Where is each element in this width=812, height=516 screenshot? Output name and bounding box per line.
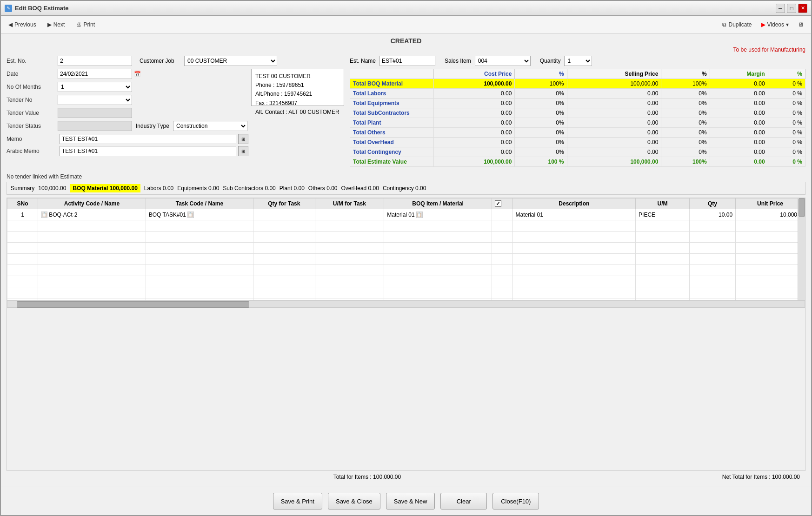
header-checkbox[interactable]: ✓ — [495, 200, 501, 207]
duplicate-button[interactable]: ⧉ Duplicate — [720, 20, 753, 29]
equipments-summary: Equipments 0.00 — [177, 185, 219, 192]
clear-button[interactable]: Clear — [440, 493, 487, 509]
totals-row: Total for Items : 100,000.00 Net Total f… — [7, 471, 805, 483]
no-months-select[interactable]: 1 — [58, 82, 132, 92]
calendar-icon[interactable]: 📅 — [134, 71, 141, 77]
col-checkbox: ✓ — [492, 198, 512, 209]
sub-contractors-summary: Sub Contractors 0.00 — [223, 185, 275, 192]
customer-info-line3: Alt.Phone : 159745621 — [255, 90, 340, 99]
memo-edit-button[interactable]: ⊞ — [238, 134, 248, 144]
col-description: Description — [512, 198, 636, 209]
table-row-empty — [7, 276, 805, 287]
save-print-button[interactable]: Save & Print — [273, 493, 322, 509]
save-close-button[interactable]: Save & Close — [328, 493, 380, 509]
window-title: Edit BOQ Estimate — [15, 5, 69, 12]
customer-job-label: Customer Job — [140, 58, 181, 64]
table-row-empty — [7, 243, 805, 254]
est-name-input[interactable] — [379, 56, 435, 66]
memo-input[interactable] — [60, 134, 236, 144]
tender-no-label: Tender No — [7, 97, 58, 103]
arabic-memo-input[interactable] — [60, 146, 236, 156]
date-input[interactable] — [58, 69, 132, 79]
maximize-button[interactable]: □ — [787, 4, 796, 13]
total-for-items-value: 100,000.00 — [373, 474, 401, 480]
videos-dropdown-icon: ▾ — [786, 21, 789, 28]
net-total: Net Total for Items : 100,000.00 — [722, 474, 800, 480]
quantity-select[interactable]: 1 — [564, 56, 592, 66]
tender-status-input[interactable] — [58, 121, 132, 131]
customer-info-line1: TEST 00 CUSTOMER — [255, 72, 340, 81]
col-qty: Qty — [689, 198, 735, 209]
customer-info-line4: Fax : 321456987 — [255, 99, 340, 108]
tender-value-label: Tender Value — [7, 110, 58, 116]
date-customer-section: Date 📅 No Of Months 1 Tender No — [7, 69, 344, 134]
customer-info-line2: Phone : 159789651 — [255, 81, 340, 90]
est-no-label: Est. No. — [7, 58, 58, 64]
industry-type-label: Industry Type — [136, 123, 173, 129]
next-button[interactable]: ▶ Next — [46, 20, 67, 29]
table-header-row: SNo Activity Code / Name Task Code / Nam… — [7, 198, 805, 209]
net-total-label: Net Total for Items : — [722, 474, 771, 480]
next-icon: ▶ — [47, 21, 52, 28]
est-no-customer-row: Est. No. Customer Job 00 CUSTOMER — [7, 56, 344, 66]
minimize-button[interactable]: ─ — [776, 4, 785, 13]
tender-no-row: Tender No — [7, 95, 247, 105]
date-row: Date 📅 — [7, 69, 247, 79]
customer-job-select[interactable]: 00 CUSTOMER — [184, 56, 277, 66]
screen-icon[interactable]: 🖥 — [796, 20, 805, 29]
col-qty-task: Qty for Task — [253, 198, 315, 209]
previous-button[interactable]: ◀ Previous — [7, 20, 38, 29]
others-summary: Others 0.00 — [308, 185, 338, 192]
content-area: CREATED To be used for Manufacturing Est… — [1, 33, 811, 487]
arabic-memo-edit-button[interactable]: ⊞ — [238, 146, 248, 156]
tender-value-input[interactable] — [58, 108, 132, 118]
print-button[interactable]: 🖨 Print — [74, 20, 97, 29]
table-row-empty — [7, 287, 805, 298]
col-um-task: U/M for Task — [315, 198, 384, 209]
total-for-items-label: Total for Items : — [333, 474, 372, 480]
tender-status-row: Tender Status Industry Type Construction — [7, 121, 247, 131]
col-sno: SNo — [7, 198, 38, 209]
title-bar: ✎ Edit BOQ Estimate ─ □ ✕ — [1, 1, 811, 16]
close-button[interactable]: ✕ — [798, 4, 807, 13]
horizontal-scrollbar[interactable] — [7, 300, 805, 308]
table-row-empty — [7, 265, 805, 276]
print-icon: 🖨 — [76, 21, 81, 28]
videos-button[interactable]: ▶ Videos ▾ — [759, 20, 791, 29]
horizontal-scroll-thumb[interactable] — [17, 301, 249, 308]
tender-no-select[interactable] — [58, 95, 132, 105]
save-new-button[interactable]: Save & New — [386, 493, 435, 509]
sales-item-select[interactable]: 004 — [475, 56, 531, 66]
no-months-label: No Of Months — [7, 84, 58, 90]
col-boq-item: BOQ Item / Material — [384, 198, 492, 209]
col-task: Task Code / Name — [146, 198, 253, 209]
vertical-scrollbar[interactable] — [798, 198, 805, 300]
months-row: No Of Months 1 — [7, 82, 247, 92]
main-table: SNo Activity Code / Name Task Code / Nam… — [7, 198, 805, 300]
overhead-summary: OverHead 0.00 — [341, 185, 379, 192]
boq-material-summary: BOQ Material 100,000.00 — [70, 184, 140, 192]
left-form-area: Est. No. Customer Job 00 CUSTOMER Date 📅 — [7, 56, 344, 167]
industry-type-select[interactable]: Construction — [173, 121, 247, 131]
col-unit-price: Unit Price — [736, 198, 805, 209]
est-name-row: Est. Name Sales Item 004 Quantity 1 — [350, 56, 805, 66]
labors-summary: Labors 0.00 — [144, 185, 173, 192]
status-header: CREATED — [7, 37, 805, 45]
table-row[interactable]: 1 📋 BOQ-ACt-2 BOQ TASK#01 📋 Material 01 … — [7, 209, 805, 220]
col-um: U/M — [636, 198, 690, 209]
customer-info-box: TEST 00 CUSTOMER Phone : 159789651 Alt.P… — [251, 69, 344, 106]
main-table-container: SNo Activity Code / Name Task Code / Nam… — [7, 198, 805, 471]
net-total-value: 100,000.00 — [772, 474, 800, 480]
memo-row: Memo ⊞ — [7, 134, 344, 144]
previous-icon: ◀ — [8, 21, 13, 28]
vertical-scroll-thumb[interactable] — [799, 198, 805, 217]
date-label: Date — [7, 71, 58, 77]
tender-status-label: Tender Status — [7, 123, 58, 129]
plant-summary: Plant 0.00 — [280, 185, 305, 192]
close-button[interactable]: Close(F10) — [493, 493, 539, 509]
window-controls: ─ □ ✕ — [776, 4, 807, 13]
table-row-empty — [7, 220, 805, 232]
bottom-buttons: Save & Print Save & Close Save & New Cle… — [1, 487, 811, 515]
tender-value-row: Tender Value — [7, 108, 247, 118]
est-no-input[interactable] — [58, 56, 132, 66]
